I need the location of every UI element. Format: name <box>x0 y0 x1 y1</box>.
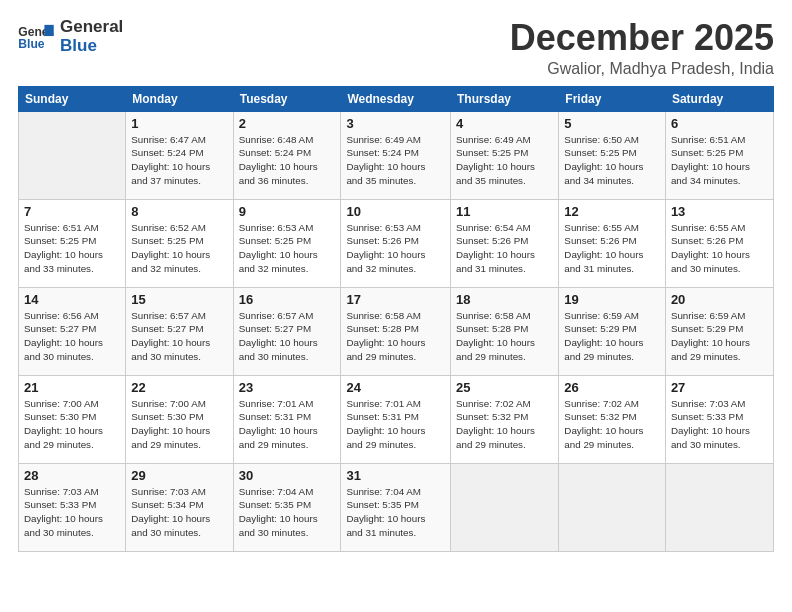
day-info: Sunrise: 6:55 AM Sunset: 5:26 PM Dayligh… <box>564 221 660 276</box>
day-info: Sunrise: 6:51 AM Sunset: 5:25 PM Dayligh… <box>24 221 120 276</box>
calendar-cell: 5Sunrise: 6:50 AM Sunset: 5:25 PM Daylig… <box>559 111 666 199</box>
calendar-cell <box>451 463 559 551</box>
calendar-cell: 26Sunrise: 7:02 AM Sunset: 5:32 PM Dayli… <box>559 375 666 463</box>
header-day: Sunday <box>19 86 126 111</box>
day-info: Sunrise: 7:03 AM Sunset: 5:34 PM Dayligh… <box>131 485 227 540</box>
day-info: Sunrise: 7:02 AM Sunset: 5:32 PM Dayligh… <box>564 397 660 452</box>
day-number: 12 <box>564 204 660 219</box>
day-info: Sunrise: 7:03 AM Sunset: 5:33 PM Dayligh… <box>671 397 768 452</box>
day-number: 3 <box>346 116 445 131</box>
header-day: Friday <box>559 86 666 111</box>
calendar-table: SundayMondayTuesdayWednesdayThursdayFrid… <box>18 86 774 552</box>
day-info: Sunrise: 6:53 AM Sunset: 5:25 PM Dayligh… <box>239 221 336 276</box>
day-number: 30 <box>239 468 336 483</box>
day-number: 9 <box>239 204 336 219</box>
day-number: 13 <box>671 204 768 219</box>
day-number: 21 <box>24 380 120 395</box>
calendar-cell: 17Sunrise: 6:58 AM Sunset: 5:28 PM Dayli… <box>341 287 451 375</box>
svg-marker-2 <box>44 25 53 36</box>
calendar-cell: 22Sunrise: 7:00 AM Sunset: 5:30 PM Dayli… <box>126 375 233 463</box>
day-info: Sunrise: 6:51 AM Sunset: 5:25 PM Dayligh… <box>671 133 768 188</box>
day-number: 8 <box>131 204 227 219</box>
day-number: 22 <box>131 380 227 395</box>
day-number: 26 <box>564 380 660 395</box>
header-day: Wednesday <box>341 86 451 111</box>
day-info: Sunrise: 6:49 AM Sunset: 5:25 PM Dayligh… <box>456 133 553 188</box>
calendar-cell: 24Sunrise: 7:01 AM Sunset: 5:31 PM Dayli… <box>341 375 451 463</box>
day-info: Sunrise: 6:54 AM Sunset: 5:26 PM Dayligh… <box>456 221 553 276</box>
day-info: Sunrise: 6:47 AM Sunset: 5:24 PM Dayligh… <box>131 133 227 188</box>
calendar-cell: 25Sunrise: 7:02 AM Sunset: 5:32 PM Dayli… <box>451 375 559 463</box>
day-number: 31 <box>346 468 445 483</box>
calendar-cell <box>19 111 126 199</box>
day-number: 27 <box>671 380 768 395</box>
day-info: Sunrise: 7:01 AM Sunset: 5:31 PM Dayligh… <box>346 397 445 452</box>
calendar-cell: 14Sunrise: 6:56 AM Sunset: 5:27 PM Dayli… <box>19 287 126 375</box>
day-info: Sunrise: 7:01 AM Sunset: 5:31 PM Dayligh… <box>239 397 336 452</box>
header-day: Tuesday <box>233 86 341 111</box>
calendar-cell: 6Sunrise: 6:51 AM Sunset: 5:25 PM Daylig… <box>665 111 773 199</box>
calendar-cell: 27Sunrise: 7:03 AM Sunset: 5:33 PM Dayli… <box>665 375 773 463</box>
calendar-cell <box>559 463 666 551</box>
calendar-cell: 11Sunrise: 6:54 AM Sunset: 5:26 PM Dayli… <box>451 199 559 287</box>
header-day: Thursday <box>451 86 559 111</box>
day-info: Sunrise: 6:59 AM Sunset: 5:29 PM Dayligh… <box>671 309 768 364</box>
calendar-cell: 20Sunrise: 6:59 AM Sunset: 5:29 PM Dayli… <box>665 287 773 375</box>
day-info: Sunrise: 6:52 AM Sunset: 5:25 PM Dayligh… <box>131 221 227 276</box>
day-info: Sunrise: 7:02 AM Sunset: 5:32 PM Dayligh… <box>456 397 553 452</box>
calendar-cell: 30Sunrise: 7:04 AM Sunset: 5:35 PM Dayli… <box>233 463 341 551</box>
logo-line1: General <box>60 18 123 37</box>
calendar-cell: 9Sunrise: 6:53 AM Sunset: 5:25 PM Daylig… <box>233 199 341 287</box>
calendar-cell: 4Sunrise: 6:49 AM Sunset: 5:25 PM Daylig… <box>451 111 559 199</box>
calendar-cell: 13Sunrise: 6:55 AM Sunset: 5:26 PM Dayli… <box>665 199 773 287</box>
logo: General Blue General Blue <box>18 18 123 55</box>
calendar-week-row: 14Sunrise: 6:56 AM Sunset: 5:27 PM Dayli… <box>19 287 774 375</box>
calendar-week-row: 21Sunrise: 7:00 AM Sunset: 5:30 PM Dayli… <box>19 375 774 463</box>
calendar-cell: 29Sunrise: 7:03 AM Sunset: 5:34 PM Dayli… <box>126 463 233 551</box>
calendar-week-row: 28Sunrise: 7:03 AM Sunset: 5:33 PM Dayli… <box>19 463 774 551</box>
day-info: Sunrise: 6:48 AM Sunset: 5:24 PM Dayligh… <box>239 133 336 188</box>
day-number: 25 <box>456 380 553 395</box>
calendar-cell: 1Sunrise: 6:47 AM Sunset: 5:24 PM Daylig… <box>126 111 233 199</box>
day-number: 18 <box>456 292 553 307</box>
day-number: 5 <box>564 116 660 131</box>
header-day: Saturday <box>665 86 773 111</box>
logo-line2: Blue <box>60 37 123 56</box>
day-info: Sunrise: 7:04 AM Sunset: 5:35 PM Dayligh… <box>239 485 336 540</box>
day-number: 29 <box>131 468 227 483</box>
header-day: Monday <box>126 86 233 111</box>
header: General Blue General Blue December 2025 … <box>18 18 774 78</box>
title-block: December 2025 Gwalior, Madhya Pradesh, I… <box>510 18 774 78</box>
calendar-cell: 8Sunrise: 6:52 AM Sunset: 5:25 PM Daylig… <box>126 199 233 287</box>
day-number: 11 <box>456 204 553 219</box>
calendar-cell: 3Sunrise: 6:49 AM Sunset: 5:24 PM Daylig… <box>341 111 451 199</box>
calendar-cell: 23Sunrise: 7:01 AM Sunset: 5:31 PM Dayli… <box>233 375 341 463</box>
day-number: 28 <box>24 468 120 483</box>
day-number: 20 <box>671 292 768 307</box>
calendar-cell: 7Sunrise: 6:51 AM Sunset: 5:25 PM Daylig… <box>19 199 126 287</box>
day-info: Sunrise: 6:55 AM Sunset: 5:26 PM Dayligh… <box>671 221 768 276</box>
calendar-week-row: 7Sunrise: 6:51 AM Sunset: 5:25 PM Daylig… <box>19 199 774 287</box>
calendar-title: December 2025 <box>510 18 774 58</box>
day-number: 7 <box>24 204 120 219</box>
day-info: Sunrise: 7:00 AM Sunset: 5:30 PM Dayligh… <box>24 397 120 452</box>
calendar-cell: 21Sunrise: 7:00 AM Sunset: 5:30 PM Dayli… <box>19 375 126 463</box>
header-row: SundayMondayTuesdayWednesdayThursdayFrid… <box>19 86 774 111</box>
day-info: Sunrise: 7:00 AM Sunset: 5:30 PM Dayligh… <box>131 397 227 452</box>
calendar-cell <box>665 463 773 551</box>
calendar-cell: 15Sunrise: 6:57 AM Sunset: 5:27 PM Dayli… <box>126 287 233 375</box>
day-info: Sunrise: 6:57 AM Sunset: 5:27 PM Dayligh… <box>239 309 336 364</box>
day-info: Sunrise: 6:58 AM Sunset: 5:28 PM Dayligh… <box>456 309 553 364</box>
day-number: 4 <box>456 116 553 131</box>
day-number: 15 <box>131 292 227 307</box>
calendar-cell: 2Sunrise: 6:48 AM Sunset: 5:24 PM Daylig… <box>233 111 341 199</box>
day-info: Sunrise: 6:53 AM Sunset: 5:26 PM Dayligh… <box>346 221 445 276</box>
calendar-cell: 28Sunrise: 7:03 AM Sunset: 5:33 PM Dayli… <box>19 463 126 551</box>
calendar-page: General Blue General Blue December 2025 … <box>0 0 792 612</box>
calendar-cell: 12Sunrise: 6:55 AM Sunset: 5:26 PM Dayli… <box>559 199 666 287</box>
day-info: Sunrise: 6:58 AM Sunset: 5:28 PM Dayligh… <box>346 309 445 364</box>
day-info: Sunrise: 6:56 AM Sunset: 5:27 PM Dayligh… <box>24 309 120 364</box>
day-info: Sunrise: 6:57 AM Sunset: 5:27 PM Dayligh… <box>131 309 227 364</box>
calendar-week-row: 1Sunrise: 6:47 AM Sunset: 5:24 PM Daylig… <box>19 111 774 199</box>
logo-icon: General Blue <box>18 23 54 51</box>
